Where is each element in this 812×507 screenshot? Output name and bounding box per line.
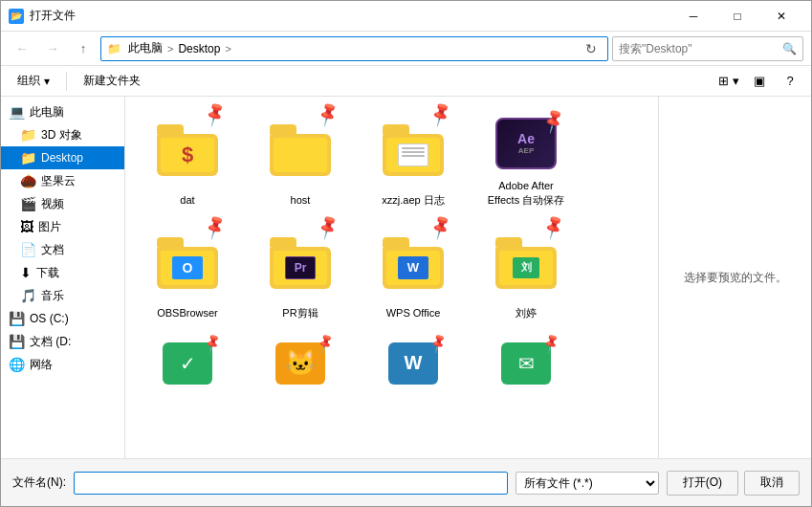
title-bar-icon: 📂 — [9, 9, 24, 24]
back-button[interactable]: ← — [9, 35, 35, 62]
preview-pane-button[interactable]: ▣ — [746, 70, 773, 93]
jiguoyun-icon: 🌰 — [20, 173, 36, 188]
liuting-folder-icon: 刘 — [495, 237, 557, 289]
file-grid-row2: O 📌 OBSBrowser — [135, 219, 648, 324]
up-button[interactable]: ↑ — [70, 35, 97, 62]
music-label: 音乐 — [41, 288, 64, 304]
liuting-icon-wrapper: 刘 📌 — [495, 224, 557, 302]
xzzj-label: xzzj.aep 日志 — [382, 193, 444, 207]
forward-button[interactable]: → — [39, 35, 66, 62]
documents-label: 文档 — [41, 242, 64, 258]
maximize-button[interactable]: □ — [715, 1, 759, 32]
address-toolbar: ← → ↑ 📁 此电脑 > Desktop > ↻ 🔍 — [1, 32, 811, 66]
doc-d-label: 文档 (D: — [30, 334, 71, 350]
search-box[interactable]: 🔍 — [612, 36, 803, 61]
organize-button[interactable]: 组织 ▾ — [9, 70, 58, 93]
os-c-label: OS (C:) — [30, 312, 69, 325]
liuting-label: 刘婷 — [516, 306, 537, 320]
host-label: host — [291, 193, 311, 207]
network-label: 网络 — [30, 357, 53, 373]
file-area: $ 📌 dat — [125, 97, 811, 458]
obs-label: OBSBrowser — [157, 306, 218, 320]
3d-icon: 📁 — [20, 127, 36, 143]
videos-label: 视频 — [41, 196, 64, 212]
address-part-desktop[interactable]: Desktop — [175, 41, 223, 56]
new-folder-button[interactable]: 新建文件夹 — [75, 70, 149, 93]
sidebar-item-pictures[interactable]: 🖼 图片 — [1, 215, 124, 238]
dat-icon-wrapper: $ 📌 — [157, 111, 218, 189]
ae-label: Adobe AfterEffects 自动保存 — [488, 179, 564, 207]
sidebar-item-3d-objects[interactable]: 📁 3D 对象 — [1, 123, 124, 146]
address-bar[interactable]: 📁 此电脑 > Desktop > ↻ — [100, 36, 608, 61]
file-item-wps[interactable]: W 📌 WPS Office — [361, 219, 466, 324]
second-toolbar: 组织 ▾ 新建文件夹 ⊞ ▾ ▣ ? — [1, 66, 811, 97]
filetype-select[interactable]: 所有文件 (*.*) — [516, 472, 659, 495]
filename-input[interactable] — [74, 472, 508, 495]
title-bar: 📂 打开文件 ─ □ ✕ — [1, 1, 811, 32]
organize-label: 组织 — [17, 73, 40, 89]
new-folder-label: 新建文件夹 — [83, 73, 141, 89]
file-item-xzzj[interactable]: 📌 xzzj.aep 日志 — [361, 106, 466, 211]
documents-icon: 📄 — [20, 242, 36, 257]
title-bar-controls: ─ □ ✕ — [671, 1, 803, 32]
pr-label: PR剪辑 — [282, 306, 318, 320]
pictures-label: 图片 — [38, 219, 61, 235]
refresh-button[interactable]: ↻ — [581, 38, 602, 59]
filename-label: 文件名(N): — [12, 474, 66, 491]
file-grid-row3: ✓ 📌 🐱 📌 — [135, 332, 648, 394]
file-item-obs[interactable]: O 📌 OBSBrowser — [135, 219, 240, 324]
close-button[interactable]: ✕ — [759, 1, 803, 32]
3d-label: 3D 对象 — [41, 127, 82, 143]
toolbar-right: ⊞ ▾ ▣ ? — [715, 70, 803, 93]
file-item-pr[interactable]: Pr 📌 PR剪辑 — [248, 219, 353, 324]
file-item-r3-1[interactable]: ✓ 📌 — [135, 332, 240, 394]
obs-icon-wrapper: O 📌 — [157, 224, 218, 302]
file-item-r3-2[interactable]: 🐱 📌 — [248, 332, 353, 394]
address-folder-icon: 📁 — [107, 42, 121, 55]
search-input[interactable] — [619, 42, 782, 55]
file-item-r3-4[interactable]: ✉ 📌 — [473, 332, 579, 394]
sidebar-item-jiguoyun[interactable]: 🌰 坚果云 — [1, 169, 124, 192]
sidebar-item-doc-d[interactable]: 💾 文档 (D: — [1, 330, 124, 353]
file-grid-container[interactable]: $ 📌 dat — [125, 97, 658, 458]
bottom-buttons: 打开(O) 取消 — [667, 471, 800, 496]
dat-folder-icon: $ — [157, 124, 218, 176]
obs-folder-icon: O — [157, 237, 218, 289]
sidebar-item-os-c[interactable]: 💾 OS (C:) — [1, 307, 124, 330]
downloads-label: 下载 — [36, 265, 59, 281]
sidebar-item-documents[interactable]: 📄 文档 — [1, 238, 124, 261]
file-item-liuting[interactable]: 刘 📌 刘婷 — [473, 219, 579, 324]
file-item-host[interactable]: 📌 host — [248, 106, 353, 211]
pictures-icon: 🖼 — [20, 219, 33, 234]
minimize-button[interactable]: ─ — [671, 1, 715, 32]
sidebar-item-videos[interactable]: 🎬 视频 — [1, 192, 124, 215]
sidebar-item-network[interactable]: 🌐 网络 — [1, 353, 124, 376]
downloads-icon: ⬇ — [20, 265, 32, 280]
host-folder-icon — [270, 124, 331, 176]
file-item-r3-3[interactable]: W 📌 — [361, 332, 466, 394]
sidebar-item-music[interactable]: 🎵 音乐 — [1, 284, 124, 307]
sidebar-item-this-pc[interactable]: 💻 此电脑 — [1, 100, 124, 123]
view-size-button[interactable]: ⊞ ▾ — [715, 70, 742, 93]
ae-icon-wrapper: Ae AEP 📌 — [495, 111, 557, 175]
address-part-pc[interactable]: 此电脑 — [125, 39, 165, 57]
videos-icon: 🎬 — [20, 196, 36, 211]
this-pc-icon: 💻 — [9, 104, 25, 120]
organize-arrow: ▾ — [44, 75, 50, 88]
r3-1-icon-wrapper: ✓ 📌 — [163, 337, 212, 389]
host-icon-wrapper: 📌 — [270, 111, 331, 189]
sidebar: 💻 此电脑 📁 3D 对象 📁 Desktop 🌰 坚果云 🎬 视频 🖼 — [1, 97, 125, 458]
file-item-adobe-ae[interactable]: Ae AEP 📌 Adobe AfterEffects 自动保存 — [473, 106, 579, 211]
pr-folder-icon: Pr — [270, 237, 331, 289]
cancel-button[interactable]: 取消 — [744, 471, 800, 496]
file-item-dat[interactable]: $ 📌 dat — [135, 106, 240, 211]
sidebar-item-downloads[interactable]: ⬇ 下载 — [1, 261, 124, 284]
help-button[interactable]: ? — [777, 70, 803, 93]
open-button[interactable]: 打开(O) — [667, 471, 738, 496]
wps-label: WPS Office — [386, 306, 441, 320]
jiguoyun-label: 坚果云 — [41, 173, 76, 189]
dat-label: dat — [180, 193, 194, 207]
search-icon-button[interactable]: 🔍 — [782, 42, 797, 55]
sidebar-item-desktop[interactable]: 📁 Desktop — [1, 146, 124, 169]
main-content: 💻 此电脑 📁 3D 对象 📁 Desktop 🌰 坚果云 🎬 视频 🖼 — [1, 97, 811, 458]
